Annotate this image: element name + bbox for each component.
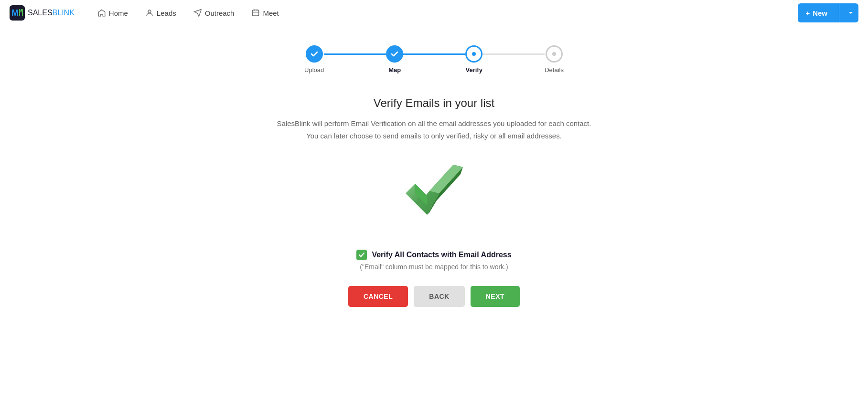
nav-meet-label: Meet (263, 9, 279, 17)
nav-home-label: Home (109, 9, 128, 17)
leads-icon (145, 9, 154, 17)
nav-items: Home Leads Outreach Meet (90, 5, 287, 21)
verify-row: Verify All Contacts with Email Address (356, 250, 511, 260)
svg-point-8 (472, 52, 476, 56)
page-content: Verify Emails in your list SalesBlink wi… (238, 96, 630, 307)
check-icon (310, 50, 319, 58)
next-button[interactable]: NEXT (471, 286, 520, 307)
page-description: SalesBlink will perform Email Verificati… (238, 117, 630, 142)
step-verify: Verify (465, 45, 482, 74)
chevron-down-icon (848, 10, 854, 16)
step-details: Details (545, 45, 564, 74)
logo-icon: M (10, 5, 25, 21)
svg-text:M: M (11, 8, 19, 18)
main-content: Upload Map Verify (0, 26, 868, 411)
button-row: CANCEL BACK NEXT (238, 286, 630, 307)
page-title: Verify Emails in your list (238, 96, 630, 110)
new-button-label: New (813, 9, 827, 17)
svg-point-9 (552, 52, 556, 56)
nav-item-leads[interactable]: Leads (138, 5, 184, 21)
circle-icon-verify (470, 50, 478, 58)
svg-point-3 (148, 10, 151, 13)
nav-item-outreach[interactable]: Outreach (186, 5, 242, 21)
cancel-button[interactable]: CANCEL (348, 286, 408, 307)
meet-icon (251, 9, 260, 17)
step-map-circle (386, 45, 403, 63)
step-details-circle (546, 45, 563, 63)
check-icon-map (390, 50, 399, 58)
logo-blink: BLINK (53, 9, 75, 17)
new-button[interactable]: + New (798, 3, 858, 22)
logo-text: SALESBLINK (28, 9, 75, 17)
nav-item-meet[interactable]: Meet (244, 5, 286, 21)
big-checkmark-icon (401, 165, 468, 227)
new-button-divider (839, 3, 839, 22)
verify-checkbox[interactable] (356, 250, 367, 260)
nav-leads-label: Leads (157, 9, 176, 17)
logo-sales: SALES (28, 9, 53, 17)
step-details-label: Details (545, 66, 564, 74)
outreach-icon (193, 9, 202, 17)
nav-right: + New (798, 3, 858, 22)
navbar: M SALESBLINK Home Leads Outreach Meet (0, 0, 868, 26)
back-button[interactable]: BACK (414, 286, 464, 307)
nav-item-home[interactable]: Home (90, 5, 136, 21)
step-map-label: Map (388, 66, 401, 74)
connector-verify-details (482, 53, 545, 55)
home-icon (97, 9, 106, 17)
desc-line1: SalesBlink will perform Email Verificati… (277, 119, 591, 127)
desc-line2: You can later choose to send emails to o… (306, 132, 562, 140)
step-upload-label: Upload (304, 66, 324, 74)
step-verify-circle (465, 45, 482, 63)
logo[interactable]: M SALESBLINK (10, 5, 75, 21)
step-map: Map (386, 45, 403, 74)
nav-outreach-label: Outreach (205, 9, 235, 17)
step-verify-label: Verify (466, 66, 482, 74)
checkbox-check-icon (358, 252, 365, 258)
verify-note: ("Email" column must be mapped for this … (360, 263, 508, 271)
verify-checkbox-label: Verify All Contacts with Email Address (372, 251, 511, 259)
step-upload-circle (306, 45, 323, 63)
circle-icon-details (550, 50, 558, 58)
new-button-dropdown[interactable] (843, 3, 858, 22)
verify-option: Verify All Contacts with Email Address (… (238, 250, 630, 271)
svg-rect-4 (253, 10, 259, 16)
step-upload: Upload (304, 45, 324, 74)
stepper: Upload Map Verify (238, 45, 630, 74)
new-button-plus: + (805, 9, 810, 17)
wizard-container: Upload Map Verify (238, 45, 630, 392)
connector-upload-map (324, 53, 386, 55)
checkmark-container (238, 165, 630, 227)
connector-map-verify (403, 53, 465, 55)
